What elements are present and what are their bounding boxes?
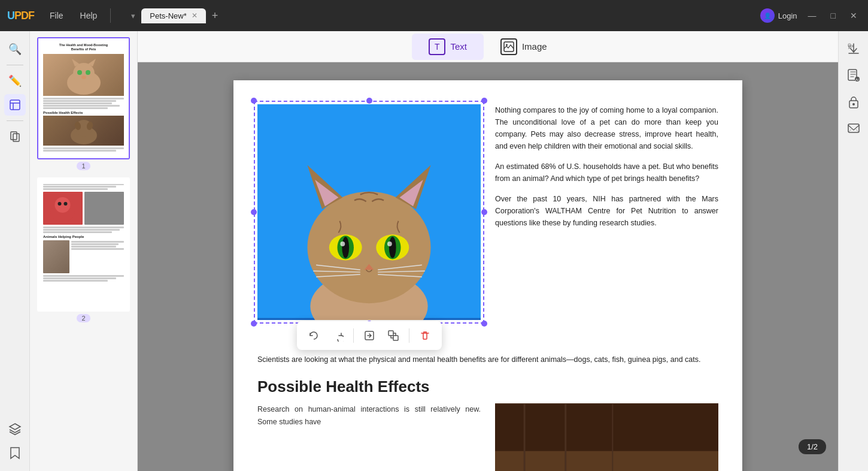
svg-point-21: [506, 44, 508, 46]
right-sidebar: PDF A/ A/: [838, 31, 868, 471]
app-logo: UPDF: [7, 10, 34, 22]
text-icon: T: [429, 38, 445, 55]
thumb-frame-1: The Health and Mood-BoostingBenefits of …: [37, 37, 130, 159]
toolbar-divider-2: [409, 328, 409, 343]
edit-icon[interactable]: [4, 94, 26, 116]
svg-rect-45: [389, 331, 393, 336]
download-icon[interactable]: PDF A/: [843, 38, 864, 60]
annotate-icon[interactable]: ✏️: [4, 70, 26, 92]
menu-help[interactable]: Help: [74, 8, 104, 23]
thumb-dog-image: [43, 116, 124, 146]
image-tool-button[interactable]: Image: [484, 34, 564, 60]
svg-point-36: [387, 241, 392, 246]
menu-file[interactable]: File: [44, 8, 69, 23]
handle-top-mid[interactable]: [366, 98, 372, 104]
page-number-1: 1: [77, 162, 90, 170]
handle-mid-left[interactable]: [251, 209, 257, 215]
svg-rect-0: [10, 100, 20, 110]
titlebar-right: 👤 Login — □ ✕: [760, 8, 861, 23]
thumb-cat-image: [43, 54, 124, 96]
lock-icon[interactable]: [843, 91, 864, 113]
svg-point-10: [86, 70, 90, 75]
svg-point-35: [340, 241, 345, 246]
svg-text:A/: A/: [855, 78, 859, 81]
user-avatar: 👤: [760, 8, 775, 23]
text-tool-button[interactable]: T Text: [412, 34, 484, 60]
extract-button[interactable]: [359, 325, 380, 346]
sidebar-divider-2: [7, 120, 23, 121]
pdf-page-1: Nothing compares to the joy of coming ho…: [233, 80, 742, 471]
layers-icon[interactable]: [4, 418, 26, 440]
close-button[interactable]: ✕: [846, 10, 861, 22]
handle-bot-left[interactable]: [251, 321, 257, 327]
section2-text: Research on human-animal interactions is…: [257, 403, 481, 471]
minimize-button[interactable]: —: [805, 10, 820, 22]
svg-rect-3: [11, 132, 17, 140]
article-para4: Scientists are looking at what the physi…: [257, 354, 718, 366]
page-counter: 1/2: [799, 439, 826, 454]
svg-text:A/: A/: [848, 46, 851, 50]
thumb-page-content-1: The Health and Mood-BoostingBenefits of …: [38, 38, 129, 158]
svg-point-24: [307, 192, 430, 304]
svg-rect-46: [393, 336, 398, 340]
svg-point-34: [389, 237, 396, 258]
svg-point-33: [342, 237, 349, 258]
svg-point-17: [55, 197, 71, 213]
document-view[interactable]: Nothing compares to the joy of coming ho…: [138, 62, 838, 471]
rotate-left-button[interactable]: [303, 325, 324, 346]
main-area: 🔍 ✏️: [0, 31, 868, 471]
bookmark-icon[interactable]: [4, 442, 26, 464]
image-icon: [500, 38, 517, 55]
svg-point-9: [77, 70, 82, 75]
svg-point-18: [58, 202, 62, 206]
search-icon[interactable]: 🔍: [4, 38, 26, 60]
delete-button[interactable]: [414, 325, 436, 346]
cat-photo: [257, 104, 481, 320]
toolbar-divider-1: [353, 328, 354, 343]
replace-button[interactable]: [383, 325, 404, 346]
tab-close-button[interactable]: ✕: [192, 11, 198, 20]
tab-pets-new[interactable]: Pets-New* ✕: [141, 8, 205, 23]
tab-bar: ▾ Pets-New* ✕ +: [128, 8, 755, 23]
tab-dropdown-arrow[interactable]: ▾: [128, 10, 139, 22]
image-floating-toolbar: [297, 321, 442, 350]
rotate-right-button[interactable]: [327, 325, 348, 346]
pages-icon[interactable]: [4, 126, 26, 147]
svg-rect-4: [13, 134, 19, 141]
content-area: T Text Image: [138, 31, 838, 471]
svg-point-19: [64, 202, 68, 206]
handle-bot-right[interactable]: [481, 321, 487, 327]
left-sidebar: 🔍 ✏️: [0, 31, 30, 471]
handle-mid-right[interactable]: [481, 209, 487, 215]
thumbnail-panel: The Health and Mood-BoostingBenefits of …: [30, 31, 138, 471]
pdfa-icon[interactable]: A/: [843, 65, 864, 86]
second-animal-image: [495, 403, 718, 471]
article-text-col1: Nothing compares to the joy of coming ho…: [495, 104, 718, 320]
titlebar: UPDF File Help ▾ Pets-New* ✕ + 👤 Login —…: [0, 0, 868, 31]
svg-point-6: [73, 63, 95, 84]
sidebar-divider: [7, 65, 23, 65]
new-tab-button[interactable]: +: [208, 8, 222, 23]
thumb-page-content-2: Animals Helping People: [38, 179, 129, 310]
thumbnail-page-1[interactable]: The Health and Mood-BoostingBenefits of …: [35, 37, 132, 170]
handle-top-left[interactable]: [251, 98, 257, 104]
thumbnail-page-2[interactable]: Animals Helping People 2: [35, 177, 132, 322]
selected-image-container[interactable]: [257, 104, 481, 320]
handle-top-right[interactable]: [481, 98, 487, 104]
maximize-button[interactable]: □: [827, 10, 839, 22]
send-icon[interactable]: [843, 117, 864, 139]
page-number-2: 2: [77, 314, 90, 322]
login-button[interactable]: 👤 Login: [760, 8, 797, 23]
thumb-frame-2: Animals Helping People: [37, 177, 130, 312]
svg-point-11: [81, 76, 86, 79]
edit-toolbar: T Text Image: [138, 31, 838, 62]
svg-rect-48: [495, 451, 718, 471]
section2-title: Possible Health Effects: [257, 378, 718, 396]
svg-point-59: [852, 103, 855, 105]
